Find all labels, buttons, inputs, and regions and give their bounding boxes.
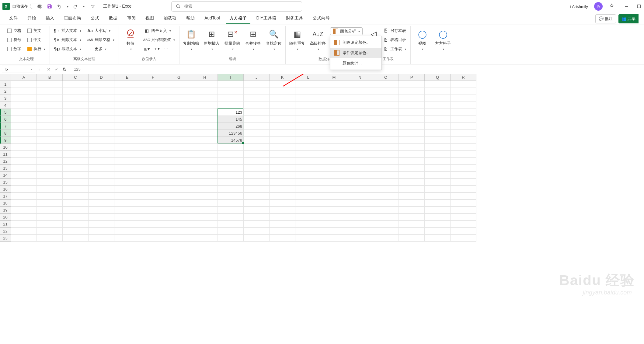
cell-J13[interactable]: [244, 165, 270, 172]
cell-B8[interactable]: [37, 130, 63, 137]
cell-D20[interactable]: [89, 214, 114, 221]
cell-G23[interactable]: [166, 235, 192, 242]
cell-Q8[interactable]: [425, 130, 451, 137]
cell-H10[interactable]: [192, 144, 218, 151]
cell-B4[interactable]: [37, 102, 63, 109]
cell-K6[interactable]: [270, 116, 295, 123]
save-table-button[interactable]: 🗄另存本表: [382, 27, 407, 34]
cell-L11[interactable]: [295, 151, 321, 158]
cell-J19[interactable]: [244, 207, 270, 214]
cell-E18[interactable]: [114, 200, 140, 207]
col-head-Q[interactable]: Q: [425, 74, 451, 81]
cell-J1[interactable]: [244, 81, 270, 88]
cell-K16[interactable]: [270, 186, 295, 193]
cell-M13[interactable]: [321, 165, 347, 172]
cell-E14[interactable]: [114, 172, 140, 179]
cell-K8[interactable]: [270, 130, 295, 137]
cell-P12[interactable]: [399, 158, 425, 165]
cell-O5[interactable]: [373, 109, 399, 116]
row-head-5[interactable]: 5: [0, 109, 11, 116]
select-all-corner[interactable]: [0, 74, 11, 81]
cell-K2[interactable]: [270, 88, 295, 95]
row-head-6[interactable]: 6: [0, 116, 11, 123]
cell-K17[interactable]: [270, 193, 295, 200]
cell-H15[interactable]: [192, 179, 218, 186]
cell-G20[interactable]: [166, 214, 192, 221]
cell-I14[interactable]: [218, 172, 244, 179]
accept-formula-icon[interactable]: ✓: [53, 67, 60, 72]
cell-C17[interactable]: [63, 193, 89, 200]
cell-R2[interactable]: [451, 88, 476, 95]
cell-D21[interactable]: [89, 221, 114, 228]
cell-R8[interactable]: [451, 130, 476, 137]
cell-A9[interactable]: [11, 137, 37, 144]
cell-C8[interactable]: [63, 130, 89, 137]
cell-G15[interactable]: [166, 179, 192, 186]
col-head-O[interactable]: O: [373, 74, 399, 81]
cell-M21[interactable]: [321, 221, 347, 228]
cell-R17[interactable]: [451, 193, 476, 200]
col-head-H[interactable]: H: [192, 74, 218, 81]
cell-N18[interactable]: [347, 200, 373, 207]
cell-C20[interactable]: [63, 214, 89, 221]
cell-D2[interactable]: [89, 88, 114, 95]
col-head-F[interactable]: F: [140, 74, 166, 81]
cell-J22[interactable]: [244, 228, 270, 235]
cell-C16[interactable]: [63, 186, 89, 193]
cell-D17[interactable]: [89, 193, 114, 200]
cell-K14[interactable]: [270, 172, 295, 179]
cell-B13[interactable]: [37, 165, 63, 172]
cell-R19[interactable]: [451, 207, 476, 214]
cell-R3[interactable]: [451, 95, 476, 102]
random-repeat-button[interactable]: ▦随机重复▾: [289, 27, 306, 51]
undo-icon[interactable]: [57, 4, 62, 9]
ribbon-tab-7[interactable]: 视图: [142, 13, 158, 24]
fx-icon[interactable]: fx: [61, 67, 68, 72]
cell-N13[interactable]: [347, 165, 373, 172]
menu-interval-color[interactable]: 间隔设定颜色...: [330, 37, 381, 48]
cell-H9[interactable]: [192, 137, 218, 144]
cell-G12[interactable]: [166, 158, 192, 165]
cell-B6[interactable]: [37, 116, 63, 123]
col-head-L[interactable]: L: [295, 74, 321, 81]
cell-R18[interactable]: [451, 200, 476, 207]
cell-G5[interactable]: [166, 109, 192, 116]
cell-Q21[interactable]: [425, 221, 451, 228]
save-icon[interactable]: [47, 4, 52, 9]
cell-J8[interactable]: [244, 130, 270, 137]
cell-E1[interactable]: [114, 81, 140, 88]
name-box-dropdown-icon[interactable]: ▾: [31, 67, 33, 71]
cell-L21[interactable]: [295, 221, 321, 228]
checkbox-space[interactable]: 空格: [6, 27, 23, 34]
cell-A18[interactable]: [11, 200, 37, 207]
cell-I5[interactable]: 123: [218, 109, 244, 116]
cell-O10[interactable]: [373, 144, 399, 151]
cell-Q5[interactable]: [425, 109, 451, 116]
cell-F12[interactable]: [140, 158, 166, 165]
cell-A17[interactable]: [11, 193, 37, 200]
checkbox-chinese[interactable]: 中文: [26, 36, 47, 43]
checkbox-english[interactable]: 英文: [26, 27, 47, 34]
cell-C21[interactable]: [63, 221, 89, 228]
cell-O9[interactable]: [373, 137, 399, 144]
view-button[interactable]: ◯视图▾: [414, 27, 431, 51]
cell-I11[interactable]: [218, 151, 244, 158]
cell-F1[interactable]: [140, 81, 166, 88]
cell-D22[interactable]: [89, 228, 114, 235]
cell-I6[interactable]: 145: [218, 116, 244, 123]
cell-P6[interactable]: [399, 116, 425, 123]
cell-H22[interactable]: [192, 228, 218, 235]
cell-N14[interactable]: [347, 172, 373, 179]
cell-H16[interactable]: [192, 186, 218, 193]
cell-N17[interactable]: [347, 193, 373, 200]
cell-E11[interactable]: [114, 151, 140, 158]
cell-A6[interactable]: [11, 116, 37, 123]
cell-M12[interactable]: [321, 158, 347, 165]
cell-I20[interactable]: [218, 214, 244, 221]
cell-K5[interactable]: [270, 109, 295, 116]
cell-Q4[interactable]: [425, 102, 451, 109]
cell-K3[interactable]: [270, 95, 295, 102]
cell-R21[interactable]: [451, 221, 476, 228]
cell-N19[interactable]: [347, 207, 373, 214]
cell-Q23[interactable]: [425, 235, 451, 242]
